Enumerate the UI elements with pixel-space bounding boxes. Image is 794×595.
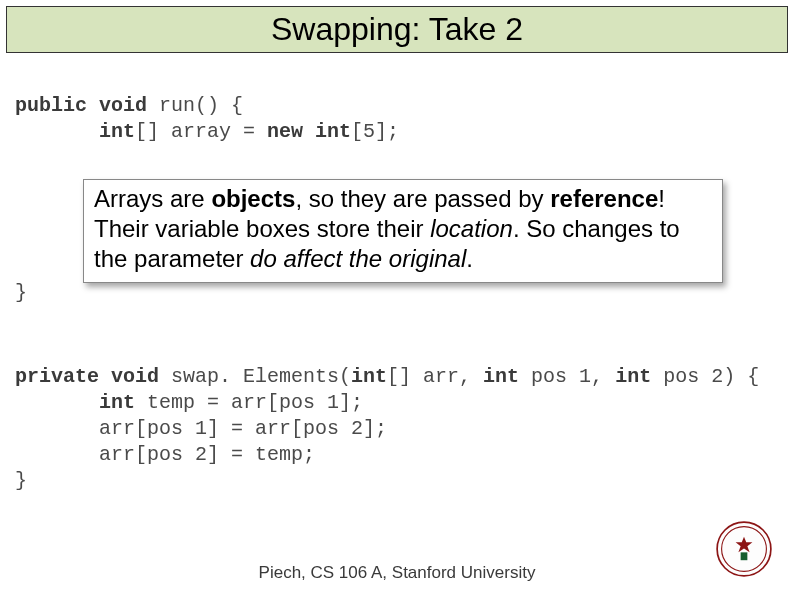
c-t4: reference: [550, 185, 658, 212]
kw-new-int: new int: [267, 120, 351, 143]
kw-int5: int: [99, 391, 135, 414]
stanford-seal-icon: [716, 521, 772, 577]
code-block-1: public void run() { int[] array = new in…: [0, 53, 794, 145]
kw-private-void: private void: [15, 365, 159, 388]
c-t1: Arrays are: [94, 185, 211, 212]
kw-int4: int: [615, 365, 651, 388]
c2-l2-post: temp = arr[pos 1];: [135, 391, 363, 414]
callout-box: Arrays are objects, so they are passed b…: [83, 179, 723, 283]
c2-l1-mid2: [] arr,: [387, 365, 483, 388]
c2-l4: arr[pos 2] = temp;: [99, 443, 315, 466]
kw-public-void: public void: [15, 94, 147, 117]
slide-title: Swapping: Take 2: [271, 11, 523, 47]
code-block-2: private void swap. Elements(int[] arr, i…: [15, 364, 759, 494]
c2-l3: arr[pos 1] = arr[pos 2];: [99, 417, 387, 440]
c2-l5: }: [15, 469, 27, 492]
c-t6: location: [430, 215, 513, 242]
c-t9: [342, 245, 349, 272]
kw-int: int: [99, 120, 135, 143]
c-t8: do affect: [250, 245, 342, 272]
kw-int3: int: [483, 365, 519, 388]
c-t10: the original: [349, 245, 466, 272]
c-t3: , so they are passed by: [295, 185, 550, 212]
c-t2: objects: [211, 185, 295, 212]
code-arr-post: [5];: [351, 120, 399, 143]
kw-int2: int: [351, 365, 387, 388]
c-t11: .: [466, 245, 473, 272]
c2-l1-mid: swap. Elements(: [159, 365, 351, 388]
title-bar: Swapping: Take 2: [6, 6, 788, 53]
code-run-sig: run() {: [147, 94, 243, 117]
code-close-brace-1: }: [15, 281, 27, 304]
c2-l1-mid3: pos 1,: [519, 365, 615, 388]
svg-point-0: [717, 522, 771, 576]
footer-text: Piech, CS 106 A, Stanford University: [0, 563, 794, 583]
code-arr-mid: [] array =: [135, 120, 267, 143]
c2-l1-post: pos 2) {: [651, 365, 759, 388]
callout-content: Arrays are objects, so they are passed b…: [83, 179, 723, 283]
svg-rect-2: [741, 552, 748, 560]
